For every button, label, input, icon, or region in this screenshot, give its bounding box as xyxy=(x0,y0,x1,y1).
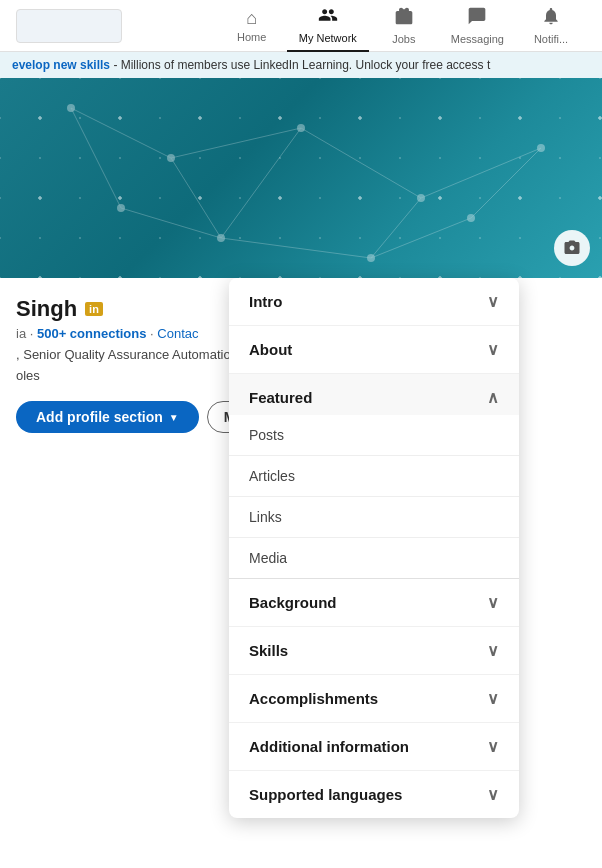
svg-point-13 xyxy=(167,154,175,162)
svg-line-7 xyxy=(221,128,301,238)
connections-count[interactable]: 500+ connections xyxy=(37,326,146,341)
learning-banner: evelop new skills - Millions of members … xyxy=(0,52,602,78)
linkedin-badge: in xyxy=(85,302,103,316)
background-chevron: ∨ xyxy=(487,593,499,612)
about-chevron: ∨ xyxy=(487,340,499,359)
svg-point-14 xyxy=(297,124,305,132)
home-icon: ⌂ xyxy=(246,8,257,29)
connection-separator: ia · xyxy=(16,326,37,341)
svg-line-11 xyxy=(471,148,541,218)
background-label: Background xyxy=(249,594,337,611)
featured-sub-items: Posts Articles Links Media xyxy=(229,415,519,578)
add-profile-chevron: ▼ xyxy=(169,412,179,423)
dropdown-item-skills[interactable]: Skills ∨ xyxy=(229,627,519,675)
camera-button[interactable] xyxy=(554,230,590,266)
featured-chevron: ∧ xyxy=(487,388,499,407)
intro-chevron: ∨ xyxy=(487,292,499,311)
network-icon xyxy=(317,5,339,30)
media-label: Media xyxy=(249,550,287,566)
accomplishments-label: Accomplishments xyxy=(249,690,378,707)
messaging-icon xyxy=(466,6,488,31)
nav-item-messaging[interactable]: Messaging xyxy=(439,0,516,52)
messaging-label: Messaging xyxy=(451,33,504,45)
contact-sep: · xyxy=(146,326,157,341)
dropdown-item-accomplishments[interactable]: Accomplishments ∨ xyxy=(229,675,519,723)
jobs-label: Jobs xyxy=(392,33,415,45)
dropdown-menu: Intro ∨ About ∨ Featured ∧ Posts Article… xyxy=(229,278,519,818)
skills-chevron: ∨ xyxy=(487,641,499,660)
svg-line-6 xyxy=(371,218,471,258)
network-label: My Network xyxy=(299,32,357,44)
accomplishments-chevron: ∨ xyxy=(487,689,499,708)
dropdown-item-featured[interactable]: Featured ∧ xyxy=(229,374,519,415)
sub-item-articles[interactable]: Articles xyxy=(229,456,519,497)
supported-languages-chevron: ∨ xyxy=(487,785,499,804)
additional-info-chevron: ∨ xyxy=(487,737,499,756)
svg-point-16 xyxy=(537,144,545,152)
notifications-icon xyxy=(540,6,562,31)
headline-text: , Senior Quality Assurance Automatio xyxy=(16,347,231,362)
banner-text: - Millions of members use LinkedIn Learn… xyxy=(110,58,490,72)
add-profile-button[interactable]: Add profile section ▼ xyxy=(16,401,199,433)
search-input[interactable] xyxy=(16,9,122,43)
svg-line-8 xyxy=(371,198,421,258)
nav-item-jobs[interactable]: Jobs xyxy=(369,0,439,52)
svg-point-12 xyxy=(67,104,75,112)
profile-name: Singh xyxy=(16,296,77,322)
svg-line-9 xyxy=(71,108,121,208)
jobs-icon xyxy=(393,6,415,31)
dropdown-item-supported-languages[interactable]: Supported languages ∨ xyxy=(229,771,519,818)
top-nav: ⌂ Home My Network Jobs xyxy=(0,0,602,52)
supported-languages-label: Supported languages xyxy=(249,786,402,803)
links-label: Links xyxy=(249,509,282,525)
nav-item-notifications[interactable]: Notifi... xyxy=(516,0,586,52)
svg-point-15 xyxy=(417,194,425,202)
contact-text[interactable]: Contac xyxy=(157,326,198,341)
dropdown-item-additional-info[interactable]: Additional information ∨ xyxy=(229,723,519,771)
svg-line-3 xyxy=(421,148,541,198)
sub-item-posts[interactable]: Posts xyxy=(229,415,519,456)
about-label: About xyxy=(249,341,292,358)
dropdown-item-background[interactable]: Background ∨ xyxy=(229,578,519,627)
featured-label: Featured xyxy=(249,389,312,406)
dropdown-item-about[interactable]: About ∨ xyxy=(229,326,519,374)
profile-background xyxy=(0,78,602,278)
intro-label: Intro xyxy=(249,293,282,310)
svg-line-2 xyxy=(301,128,421,198)
svg-line-1 xyxy=(171,128,301,158)
svg-line-4 xyxy=(171,158,221,238)
additional-info-label: Additional information xyxy=(249,738,409,755)
nav-item-network[interactable]: My Network xyxy=(287,0,369,52)
articles-label: Articles xyxy=(249,468,295,484)
posts-label: Posts xyxy=(249,427,284,443)
nav-items: ⌂ Home My Network Jobs xyxy=(217,0,586,52)
sub-item-media[interactable]: Media xyxy=(229,538,519,578)
banner-link[interactable]: evelop new skills xyxy=(12,58,110,72)
svg-line-5 xyxy=(221,238,371,258)
add-profile-label: Add profile section xyxy=(36,409,163,425)
dropdown-item-intro[interactable]: Intro ∨ xyxy=(229,278,519,326)
headline2-text: oles xyxy=(16,368,40,383)
svg-line-0 xyxy=(71,108,171,158)
svg-point-20 xyxy=(117,204,125,212)
profile-card: Singh in ia · 500+ connections · Contac … xyxy=(0,278,602,868)
notifications-label: Notifi... xyxy=(534,33,568,45)
page-wrapper: ⌂ Home My Network Jobs xyxy=(0,0,602,868)
svg-point-18 xyxy=(367,254,375,262)
home-label: Home xyxy=(237,31,266,43)
nav-item-home[interactable]: ⌂ Home xyxy=(217,0,287,52)
sub-item-links[interactable]: Links xyxy=(229,497,519,538)
skills-label: Skills xyxy=(249,642,288,659)
svg-point-19 xyxy=(467,214,475,222)
svg-line-10 xyxy=(121,208,221,238)
svg-point-17 xyxy=(217,234,225,242)
